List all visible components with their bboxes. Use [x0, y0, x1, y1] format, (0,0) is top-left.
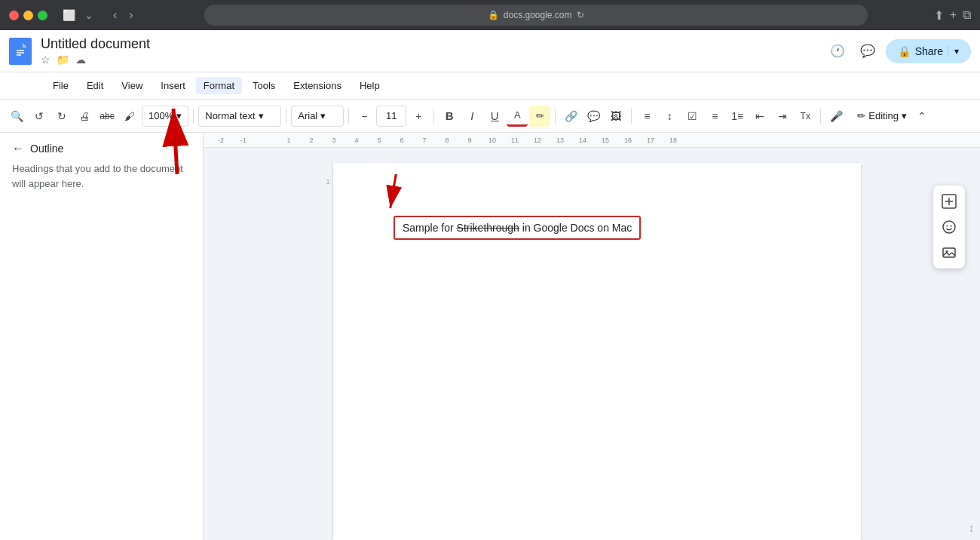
- strikethrough-text: Strikethrough: [457, 222, 519, 234]
- menu-insert[interactable]: Insert: [153, 77, 193, 94]
- ruler-num: 7: [413, 137, 436, 144]
- ruler-num: 16: [617, 137, 639, 144]
- image-button[interactable]: 🖼: [605, 106, 626, 127]
- cloud-icon[interactable]: ☁: [75, 54, 86, 66]
- voice-button[interactable]: 🎤: [825, 106, 847, 127]
- header-actions: 🕐 💬 🔒 Share ▾: [825, 39, 971, 63]
- reload-icon[interactable]: ↻: [577, 10, 584, 20]
- underline-button[interactable]: U: [484, 106, 505, 127]
- font-select[interactable]: Arial ▾: [291, 106, 344, 127]
- ruler-num: 4: [345, 137, 368, 144]
- increase-indent-button[interactable]: ⇥: [772, 106, 793, 127]
- checklist-button[interactable]: ☑: [681, 106, 703, 127]
- sidebar-empty-text: Headings that you add to the document wi…: [12, 161, 191, 191]
- main-area: ← Outline Headings that you add to the d…: [0, 133, 980, 540]
- tab-menu-icon[interactable]: ⌄: [81, 8, 96, 23]
- menu-bar: File Edit View Insert Format Tools Exten…: [0, 72, 980, 100]
- numbering-button[interactable]: 1≡: [727, 106, 748, 127]
- menu-view[interactable]: View: [114, 77, 150, 94]
- italic-button[interactable]: I: [461, 106, 482, 127]
- app-header: Untitled document ☆ 📁 ☁ 🕐 💬 🔒 Share ▾: [0, 30, 980, 72]
- zoom-arrow: ▾: [176, 110, 182, 121]
- comment-button[interactable]: 💬: [583, 106, 604, 127]
- menu-edit[interactable]: Edit: [79, 77, 111, 94]
- undo-button[interactable]: ↺: [29, 106, 50, 127]
- share-button[interactable]: 🔒 Share ▾: [886, 39, 971, 63]
- svg-point-8: [951, 226, 952, 227]
- sidebar-back-button[interactable]: ←: [12, 142, 24, 155]
- ruler-num: 11: [504, 137, 526, 144]
- maximize-button[interactable]: [38, 11, 47, 20]
- ruler-num: 8: [436, 137, 458, 144]
- menu-extensions[interactable]: Extensions: [286, 77, 349, 94]
- separator-1: [193, 109, 194, 124]
- menu-tools[interactable]: Tools: [245, 77, 283, 94]
- history-button[interactable]: 🕐: [825, 39, 850, 63]
- ruler-num: 3: [323, 137, 345, 144]
- sidebar-title: Outline: [30, 143, 63, 155]
- title-bar: ⬜ ⌄ ‹ › 🔒 docs.google.com ↻ ⬆ + ⧉: [0, 0, 980, 30]
- doc-title[interactable]: Untitled document: [41, 36, 150, 52]
- back-button[interactable]: ‹: [109, 7, 121, 23]
- content-area: -2 -1 1 2 3 4 5 6 7 8 9 10 11 12 13 14 1…: [204, 133, 980, 540]
- traffic-lights: [9, 11, 47, 20]
- paint-format-button[interactable]: 🖌: [119, 106, 140, 127]
- add-float-button[interactable]: [938, 190, 960, 213]
- link-button[interactable]: 🔗: [560, 106, 581, 127]
- search-button[interactable]: 🔍: [6, 106, 27, 127]
- menu-file[interactable]: File: [45, 77, 76, 94]
- emoji-float-button[interactable]: [938, 216, 960, 238]
- line-spacing-button[interactable]: ↕: [659, 106, 680, 127]
- style-arrow: ▾: [259, 110, 264, 121]
- document-page[interactable]: Sample for Strikethrough in Google Docs …: [333, 163, 861, 540]
- bullets-button[interactable]: ≡: [704, 106, 725, 127]
- separator-7: [820, 109, 821, 124]
- style-select[interactable]: Normal text ▾: [198, 106, 281, 127]
- print-button[interactable]: 🖨: [74, 106, 95, 127]
- toolbar-expand-button[interactable]: ⌃: [917, 110, 926, 122]
- font-arrow: ▾: [320, 110, 326, 121]
- share-dropdown-arrow[interactable]: ▾: [948, 46, 959, 57]
- comments-button[interactable]: 💬: [856, 39, 880, 63]
- font-size-minus[interactable]: −: [354, 106, 375, 127]
- float-actions-panel: [933, 186, 965, 268]
- share-icon[interactable]: ⬆: [934, 8, 944, 23]
- font-size-display: 11: [376, 106, 406, 127]
- spellcheck-button[interactable]: abc: [96, 106, 118, 127]
- bold-button[interactable]: B: [439, 106, 460, 127]
- doc-title-area: Untitled document ☆ 📁 ☁: [41, 36, 150, 66]
- decrease-indent-button[interactable]: ⇤: [749, 106, 770, 127]
- zoom-select[interactable]: 100% ▾: [142, 106, 188, 127]
- align-button[interactable]: ≡: [636, 106, 657, 127]
- ruler-num: [255, 137, 277, 144]
- forward-button[interactable]: ›: [124, 7, 137, 23]
- star-icon[interactable]: ☆: [41, 54, 51, 66]
- minimize-button[interactable]: [23, 11, 33, 20]
- close-button[interactable]: [9, 11, 19, 20]
- ruler-num: 5: [368, 137, 390, 144]
- image-float-button[interactable]: [938, 241, 960, 264]
- font-size-plus[interactable]: +: [408, 106, 429, 127]
- document-area[interactable]: 1 Sample for Strikethrough in Google Doc…: [204, 148, 980, 540]
- ruler-num: 1: [277, 137, 300, 144]
- address-bar[interactable]: 🔒 docs.google.com ↻: [204, 5, 868, 26]
- scroll-indicator[interactable]: ↕: [969, 522, 974, 534]
- menu-format[interactable]: Format: [196, 77, 242, 94]
- editing-mode-select[interactable]: ✏ Editing ▾: [851, 107, 913, 124]
- sidebar-toggle-icon[interactable]: ⬜: [60, 8, 78, 23]
- clear-format-button[interactable]: Tx: [795, 106, 816, 127]
- separator-5: [555, 109, 556, 124]
- ruler-num: -2: [210, 137, 232, 144]
- text-content-box[interactable]: Sample for Strikethrough in Google Docs …: [394, 208, 801, 240]
- text-color-button[interactable]: A: [507, 106, 528, 127]
- ruler-num: 18: [662, 137, 684, 144]
- highlight-button[interactable]: ✏: [529, 106, 550, 127]
- windows-icon[interactable]: ⧉: [963, 8, 971, 22]
- menu-help[interactable]: Help: [352, 77, 387, 94]
- style-value: Normal text: [205, 110, 255, 121]
- folder-icon[interactable]: 📁: [57, 54, 69, 66]
- redo-button[interactable]: ↻: [51, 106, 72, 127]
- ruler-num: 6: [390, 137, 413, 144]
- highlighted-text-box: Sample for Strikethrough in Google Docs …: [394, 216, 641, 240]
- new-tab-icon[interactable]: +: [950, 8, 957, 22]
